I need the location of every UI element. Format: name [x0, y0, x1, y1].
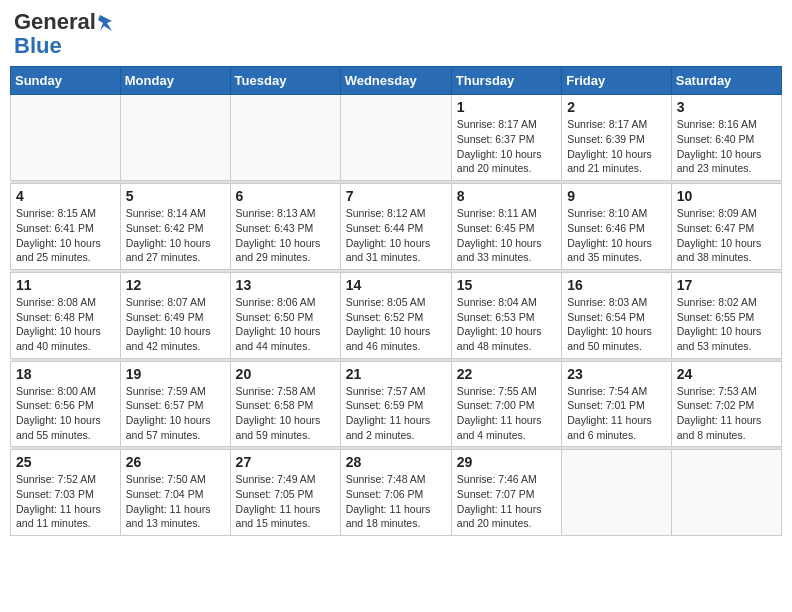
day-info: Sunrise: 7:59 AM Sunset: 6:57 PM Dayligh…: [126, 384, 225, 443]
day-number: 26: [126, 454, 225, 470]
day-number: 24: [677, 366, 776, 382]
day-number: 17: [677, 277, 776, 293]
calendar-cell: 14Sunrise: 8:05 AM Sunset: 6:52 PM Dayli…: [340, 272, 451, 358]
day-number: 5: [126, 188, 225, 204]
calendar-week-4: 25Sunrise: 7:52 AM Sunset: 7:03 PM Dayli…: [11, 450, 782, 536]
calendar-week-2: 11Sunrise: 8:08 AM Sunset: 6:48 PM Dayli…: [11, 272, 782, 358]
day-info: Sunrise: 8:13 AM Sunset: 6:43 PM Dayligh…: [236, 206, 335, 265]
calendar-cell: 7Sunrise: 8:12 AM Sunset: 6:44 PM Daylig…: [340, 184, 451, 270]
calendar-week-1: 4Sunrise: 8:15 AM Sunset: 6:41 PM Daylig…: [11, 184, 782, 270]
day-info: Sunrise: 7:54 AM Sunset: 7:01 PM Dayligh…: [567, 384, 666, 443]
day-info: Sunrise: 8:04 AM Sunset: 6:53 PM Dayligh…: [457, 295, 556, 354]
day-info: Sunrise: 7:46 AM Sunset: 7:07 PM Dayligh…: [457, 472, 556, 531]
day-number: 13: [236, 277, 335, 293]
day-info: Sunrise: 8:03 AM Sunset: 6:54 PM Dayligh…: [567, 295, 666, 354]
calendar-cell: 23Sunrise: 7:54 AM Sunset: 7:01 PM Dayli…: [562, 361, 672, 447]
day-info: Sunrise: 8:07 AM Sunset: 6:49 PM Dayligh…: [126, 295, 225, 354]
calendar-cell: 17Sunrise: 8:02 AM Sunset: 6:55 PM Dayli…: [671, 272, 781, 358]
day-number: 9: [567, 188, 666, 204]
day-number: 3: [677, 99, 776, 115]
day-number: 4: [16, 188, 115, 204]
day-info: Sunrise: 8:05 AM Sunset: 6:52 PM Dayligh…: [346, 295, 446, 354]
calendar-cell: 20Sunrise: 7:58 AM Sunset: 6:58 PM Dayli…: [230, 361, 340, 447]
day-number: 7: [346, 188, 446, 204]
calendar-cell: 11Sunrise: 8:08 AM Sunset: 6:48 PM Dayli…: [11, 272, 121, 358]
day-number: 11: [16, 277, 115, 293]
day-number: 15: [457, 277, 556, 293]
day-number: 28: [346, 454, 446, 470]
calendar-cell: 18Sunrise: 8:00 AM Sunset: 6:56 PM Dayli…: [11, 361, 121, 447]
calendar-cell: [562, 450, 672, 536]
calendar-cell: 5Sunrise: 8:14 AM Sunset: 6:42 PM Daylig…: [120, 184, 230, 270]
calendar-cell: [11, 95, 121, 181]
day-info: Sunrise: 7:49 AM Sunset: 7:05 PM Dayligh…: [236, 472, 335, 531]
calendar-header-row: SundayMondayTuesdayWednesdayThursdayFrid…: [11, 67, 782, 95]
calendar-cell: [340, 95, 451, 181]
calendar-table: SundayMondayTuesdayWednesdayThursdayFrid…: [10, 66, 782, 536]
day-info: Sunrise: 8:14 AM Sunset: 6:42 PM Dayligh…: [126, 206, 225, 265]
calendar-cell: 8Sunrise: 8:11 AM Sunset: 6:45 PM Daylig…: [451, 184, 561, 270]
header-sunday: Sunday: [11, 67, 121, 95]
header: General Blue: [10, 10, 782, 58]
day-number: 14: [346, 277, 446, 293]
day-number: 16: [567, 277, 666, 293]
day-info: Sunrise: 8:15 AM Sunset: 6:41 PM Dayligh…: [16, 206, 115, 265]
day-info: Sunrise: 7:48 AM Sunset: 7:06 PM Dayligh…: [346, 472, 446, 531]
day-info: Sunrise: 8:06 AM Sunset: 6:50 PM Dayligh…: [236, 295, 335, 354]
day-info: Sunrise: 8:02 AM Sunset: 6:55 PM Dayligh…: [677, 295, 776, 354]
day-number: 1: [457, 99, 556, 115]
calendar-cell: 19Sunrise: 7:59 AM Sunset: 6:57 PM Dayli…: [120, 361, 230, 447]
calendar-cell: 25Sunrise: 7:52 AM Sunset: 7:03 PM Dayli…: [11, 450, 121, 536]
calendar-cell: [671, 450, 781, 536]
day-number: 8: [457, 188, 556, 204]
calendar-cell: 26Sunrise: 7:50 AM Sunset: 7:04 PM Dayli…: [120, 450, 230, 536]
calendar-cell: 29Sunrise: 7:46 AM Sunset: 7:07 PM Dayli…: [451, 450, 561, 536]
header-saturday: Saturday: [671, 67, 781, 95]
day-info: Sunrise: 7:52 AM Sunset: 7:03 PM Dayligh…: [16, 472, 115, 531]
calendar-cell: 3Sunrise: 8:16 AM Sunset: 6:40 PM Daylig…: [671, 95, 781, 181]
calendar-cell: 13Sunrise: 8:06 AM Sunset: 6:50 PM Dayli…: [230, 272, 340, 358]
calendar-cell: [230, 95, 340, 181]
day-number: 18: [16, 366, 115, 382]
day-number: 25: [16, 454, 115, 470]
day-number: 22: [457, 366, 556, 382]
day-info: Sunrise: 8:00 AM Sunset: 6:56 PM Dayligh…: [16, 384, 115, 443]
calendar-week-0: 1Sunrise: 8:17 AM Sunset: 6:37 PM Daylig…: [11, 95, 782, 181]
calendar-cell: 2Sunrise: 8:17 AM Sunset: 6:39 PM Daylig…: [562, 95, 672, 181]
day-number: 6: [236, 188, 335, 204]
day-info: Sunrise: 7:50 AM Sunset: 7:04 PM Dayligh…: [126, 472, 225, 531]
header-friday: Friday: [562, 67, 672, 95]
calendar-cell: 15Sunrise: 8:04 AM Sunset: 6:53 PM Dayli…: [451, 272, 561, 358]
day-info: Sunrise: 8:17 AM Sunset: 6:39 PM Dayligh…: [567, 117, 666, 176]
day-info: Sunrise: 8:12 AM Sunset: 6:44 PM Dayligh…: [346, 206, 446, 265]
day-info: Sunrise: 7:55 AM Sunset: 7:00 PM Dayligh…: [457, 384, 556, 443]
calendar-cell: 12Sunrise: 8:07 AM Sunset: 6:49 PM Dayli…: [120, 272, 230, 358]
day-number: 19: [126, 366, 225, 382]
calendar-cell: 6Sunrise: 8:13 AM Sunset: 6:43 PM Daylig…: [230, 184, 340, 270]
calendar-cell: 16Sunrise: 8:03 AM Sunset: 6:54 PM Dayli…: [562, 272, 672, 358]
calendar-cell: 24Sunrise: 7:53 AM Sunset: 7:02 PM Dayli…: [671, 361, 781, 447]
logo-line1: General: [14, 10, 114, 34]
day-number: 20: [236, 366, 335, 382]
calendar-week-3: 18Sunrise: 8:00 AM Sunset: 6:56 PM Dayli…: [11, 361, 782, 447]
day-number: 10: [677, 188, 776, 204]
day-number: 27: [236, 454, 335, 470]
day-info: Sunrise: 8:11 AM Sunset: 6:45 PM Dayligh…: [457, 206, 556, 265]
calendar-cell: 27Sunrise: 7:49 AM Sunset: 7:05 PM Dayli…: [230, 450, 340, 536]
calendar-cell: 4Sunrise: 8:15 AM Sunset: 6:41 PM Daylig…: [11, 184, 121, 270]
day-info: Sunrise: 7:53 AM Sunset: 7:02 PM Dayligh…: [677, 384, 776, 443]
day-info: Sunrise: 7:57 AM Sunset: 6:59 PM Dayligh…: [346, 384, 446, 443]
calendar-cell: 21Sunrise: 7:57 AM Sunset: 6:59 PM Dayli…: [340, 361, 451, 447]
day-number: 2: [567, 99, 666, 115]
calendar-cell: 1Sunrise: 8:17 AM Sunset: 6:37 PM Daylig…: [451, 95, 561, 181]
calendar-cell: 22Sunrise: 7:55 AM Sunset: 7:00 PM Dayli…: [451, 361, 561, 447]
calendar-cell: 9Sunrise: 8:10 AM Sunset: 6:46 PM Daylig…: [562, 184, 672, 270]
header-thursday: Thursday: [451, 67, 561, 95]
logo-line2: Blue: [14, 34, 62, 58]
day-number: 21: [346, 366, 446, 382]
calendar-cell: [120, 95, 230, 181]
day-info: Sunrise: 8:08 AM Sunset: 6:48 PM Dayligh…: [16, 295, 115, 354]
day-number: 29: [457, 454, 556, 470]
header-wednesday: Wednesday: [340, 67, 451, 95]
day-info: Sunrise: 8:16 AM Sunset: 6:40 PM Dayligh…: [677, 117, 776, 176]
